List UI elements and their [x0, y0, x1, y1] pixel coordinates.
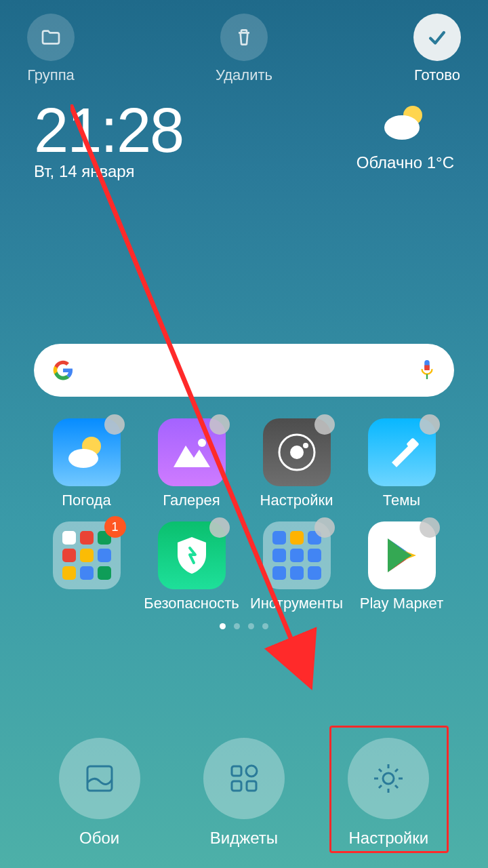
svg-rect-3	[424, 366, 430, 371]
weather-cloud-sun-icon	[382, 103, 429, 149]
gallery-app-icon	[158, 418, 226, 486]
clock-weather-widget[interactable]: 21:28 Вт, 14 января Облачно 1°C	[0, 84, 488, 181]
settings-label: Настройки	[348, 829, 428, 848]
svg-rect-15	[232, 781, 241, 791]
themes-app-icon	[368, 418, 436, 486]
app-security[interactable]: Безопасность	[139, 521, 244, 612]
svg-rect-14	[232, 766, 241, 776]
weather-widget: Облачно 1°C	[357, 103, 454, 172]
done-action[interactable]: Готово	[413, 14, 461, 84]
app-label: Погода	[62, 492, 110, 509]
svg-point-10	[290, 446, 304, 459]
clock-widget: 21:28 Вт, 14 января	[34, 95, 183, 181]
svg-point-17	[246, 766, 257, 776]
play-store-icon	[368, 521, 436, 589]
app-label: Play Маркет	[360, 595, 443, 612]
tools-folder-icon	[263, 521, 331, 589]
app-settings[interactable]: Настройки	[244, 418, 349, 509]
notification-badge: 1	[104, 516, 126, 538]
remove-dot-icon[interactable]	[314, 414, 335, 435]
svg-point-6	[68, 449, 98, 468]
app-label: Галерея	[163, 492, 220, 509]
group-action[interactable]: Группа	[27, 14, 75, 84]
svg-point-1	[384, 115, 420, 140]
widgets-icon	[203, 738, 285, 819]
svg-point-11	[303, 443, 308, 448]
widgets-label: Виджеты	[210, 829, 278, 848]
remove-dot-icon[interactable]	[104, 414, 125, 435]
delete-action[interactable]: Удалить	[216, 14, 272, 84]
app-play-store[interactable]: Play Маркет	[349, 521, 454, 612]
svg-rect-13	[87, 766, 112, 791]
app-label: Инструменты	[250, 595, 343, 612]
svg-point-18	[383, 773, 394, 784]
google-search-bar[interactable]	[34, 344, 454, 397]
wallpaper-icon	[59, 738, 140, 819]
remove-dot-icon[interactable]	[209, 414, 230, 435]
wallpaper-label: Обои	[79, 829, 119, 848]
clock-time: 21:28	[34, 95, 183, 166]
app-gallery[interactable]: Галерея	[139, 418, 244, 509]
weather-desc: Облачно 1°C	[357, 153, 454, 172]
app-label: Темы	[383, 492, 420, 509]
checkmark-icon	[413, 14, 461, 61]
remove-dot-icon[interactable]	[420, 517, 440, 538]
gear-icon	[348, 738, 429, 819]
trash-icon	[220, 14, 268, 61]
svg-point-8	[198, 439, 206, 447]
security-app-icon	[158, 521, 226, 589]
settings-app-icon	[263, 418, 331, 486]
app-themes[interactable]: Темы	[349, 418, 454, 509]
remove-dot-icon[interactable]	[314, 517, 335, 538]
weather-app-icon	[53, 418, 121, 486]
remove-dot-icon[interactable]	[420, 414, 440, 435]
app-weather[interactable]: Погода	[34, 418, 139, 509]
bottom-action-bar: Обои Виджеты Настройки	[0, 738, 488, 848]
google-folder-icon: 1	[53, 521, 121, 589]
done-label: Готово	[414, 66, 460, 84]
top-action-bar: Группа Удалить Готово	[0, 0, 488, 84]
group-label: Группа	[27, 66, 75, 84]
search-input[interactable]	[73, 363, 419, 378]
google-logo-icon	[53, 360, 73, 380]
svg-marker-7	[174, 446, 210, 467]
app-label: Настройки	[260, 492, 333, 509]
app-google-folder[interactable]: 1	[34, 521, 139, 612]
app-label: Безопасность	[144, 595, 239, 612]
delete-label: Удалить	[216, 66, 272, 84]
wallpaper-action[interactable]: Обои	[59, 738, 140, 848]
widgets-action[interactable]: Виджеты	[203, 738, 285, 848]
mic-icon[interactable]	[419, 360, 435, 380]
svg-rect-16	[247, 781, 256, 791]
app-tools-folder[interactable]: Инструменты	[244, 521, 349, 612]
app-label	[84, 595, 88, 612]
folder-icon	[27, 14, 75, 61]
settings-action[interactable]: Настройки	[348, 738, 429, 848]
remove-dot-icon[interactable]	[209, 517, 230, 538]
app-grid: Погода Галерея Настройки Темы 1	[34, 418, 454, 612]
page-indicator	[0, 623, 488, 629]
